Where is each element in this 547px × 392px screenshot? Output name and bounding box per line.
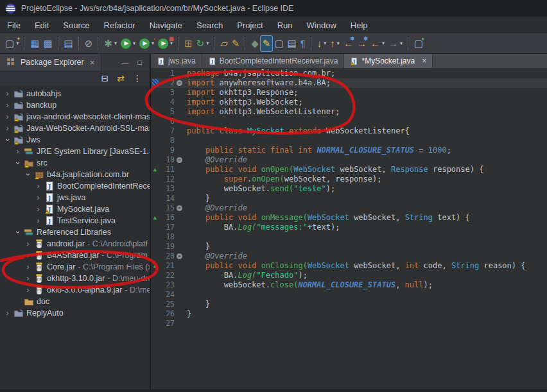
last-edit-location-button[interactable]: ←✱ bbox=[342, 36, 355, 51]
code-editor[interactable]: 1package b4a.jsaplication.com.br;2-impor… bbox=[151, 68, 547, 389]
forward-history-button[interactable]: →▾ bbox=[386, 36, 404, 51]
code-line-13[interactable]: 13 webSocket.send("teste"); bbox=[151, 184, 547, 194]
tree-item-b4ashared.jar[interactable]: ›010B4AShared.jar - C:\Program F bbox=[0, 250, 150, 261]
code-line-22[interactable]: 22 BA.Log("Fechado"); bbox=[151, 271, 547, 280]
external-tools-button[interactable]: ✱▾ bbox=[102, 36, 119, 51]
tree-item-referenced-libraries[interactable]: ›Referenced Libraries bbox=[0, 226, 150, 238]
new-java-project-button[interactable]: ⊞ bbox=[182, 36, 195, 51]
menu-source[interactable]: Source bbox=[56, 17, 96, 33]
back-history-button[interactable]: ←▾ bbox=[369, 36, 386, 51]
expanded-chevron-icon[interactable]: › bbox=[14, 160, 22, 167]
tree-item-replyauto[interactable]: ›ReplyAuto bbox=[0, 307, 150, 319]
tree-item-bootcompletedintentrece[interactable]: ›JBootCompletedIntentRece bbox=[0, 180, 150, 192]
skip-all-breakpoints-button[interactable]: ⊘ bbox=[83, 36, 95, 51]
editor-tab-mysocket.java[interactable]: J*MySocket.java× bbox=[344, 54, 433, 68]
back-history-dropdown-icon[interactable]: ▾ bbox=[382, 40, 385, 46]
code-line-24[interactable]: 24 bbox=[151, 290, 547, 300]
external-tools-dropdown-icon[interactable]: ▾ bbox=[114, 40, 117, 46]
build-project-button[interactable]: ↻▾ bbox=[195, 36, 211, 51]
link-editor-files-button[interactable]: ▢ bbox=[272, 36, 285, 51]
previous-annotation-dropdown-icon[interactable]: ▾ bbox=[337, 40, 340, 46]
close-tab-icon[interactable]: × bbox=[422, 56, 426, 65]
menu-search[interactable]: Search bbox=[189, 17, 230, 33]
code-line-12[interactable]: 12 super.onOpen(webSocket, response); bbox=[151, 175, 547, 184]
code-line-9[interactable]: 9 public static final int NORMAL_CLOSURE… bbox=[151, 146, 547, 155]
collapse-all-button[interactable]: ⊟ bbox=[101, 73, 109, 83]
expanded-chevron-icon[interactable]: › bbox=[24, 171, 32, 178]
fold-collapse-icon[interactable]: - bbox=[175, 205, 184, 211]
fold-collapse-icon[interactable]: - bbox=[175, 157, 184, 163]
tree-item-testservice.java[interactable]: ›JTestService.java bbox=[0, 215, 150, 226]
code-line-2[interactable]: 2-import anywheresoftware.b4a.BA; bbox=[151, 78, 547, 88]
expanded-chevron-icon[interactable]: › bbox=[14, 229, 22, 236]
tree-item-core.jar[interactable]: ›010Core.jar - C:\Program Files (x8 bbox=[0, 261, 150, 273]
collapsed-chevron-icon[interactable]: › bbox=[35, 217, 42, 225]
menu-refactor[interactable]: Refactor bbox=[97, 17, 143, 33]
code-line-4[interactable]: 4import okhttp3.WebSocket; bbox=[151, 98, 547, 107]
tree-item-okio-3.0.0-alpha.9.jar[interactable]: ›010okio-3.0.0-alpha.9.jar - D:\me bbox=[0, 284, 150, 296]
minimize-button[interactable]: — bbox=[121, 58, 128, 66]
tab-package-explorer[interactable]: Package Explorer × bbox=[0, 54, 101, 71]
tree-item-java-websocket-android-ssl-mast[interactable]: ›Java-WebSocket-Android-SSL-mast bbox=[0, 123, 150, 134]
collapsed-chevron-icon[interactable]: › bbox=[35, 205, 42, 213]
maximize-button[interactable]: □ bbox=[137, 58, 142, 66]
collapsed-chevron-icon[interactable]: › bbox=[35, 182, 42, 190]
link-with-editor-button[interactable]: ⇄ bbox=[117, 73, 125, 83]
tree-item-mysocket.java[interactable]: ›JMySocket.java bbox=[0, 203, 150, 215]
collapsed-chevron-icon[interactable]: › bbox=[4, 309, 11, 317]
run-button[interactable]: ▶▾ bbox=[119, 36, 137, 51]
menu-navigate[interactable]: Navigate bbox=[143, 17, 189, 33]
code-line-6[interactable]: 6 bbox=[151, 117, 547, 126]
close-view-icon[interactable]: × bbox=[90, 58, 95, 67]
format-pen-button[interactable]: ✎ bbox=[230, 36, 242, 51]
collapsed-chevron-icon[interactable]: › bbox=[4, 90, 11, 98]
previous-annotation-button[interactable]: ↑▾ bbox=[328, 36, 342, 51]
save-button[interactable]: ▦ bbox=[28, 36, 41, 51]
tree-item-autobahjs[interactable]: ›autobahjs bbox=[0, 88, 150, 99]
pin-editor-button[interactable]: ▢● bbox=[412, 36, 425, 51]
menu-window[interactable]: Window bbox=[300, 17, 343, 33]
profile-button[interactable]: ▶▦▾ bbox=[156, 36, 175, 51]
code-line-15[interactable]: 15- @Override bbox=[151, 203, 547, 213]
code-line-17[interactable]: 17 BA.Log("messages:"+text); bbox=[151, 223, 547, 232]
collapsed-chevron-icon[interactable]: › bbox=[24, 251, 31, 259]
tree-item-okhttp-3.10.0.jar[interactable]: ›010okhttp-3.10.0.jar - D:\meu-dro bbox=[0, 273, 150, 284]
collapsed-chevron-icon[interactable]: › bbox=[35, 194, 42, 201]
collapsed-chevron-icon[interactable]: › bbox=[4, 124, 11, 132]
show-outline-button[interactable]: ▤ bbox=[286, 36, 299, 51]
fold-collapse-icon[interactable]: - bbox=[175, 80, 184, 86]
debug-button[interactable]: ▶▪▾ bbox=[137, 36, 156, 51]
code-line-23[interactable]: 23 webSocket.close(NORMAL_CLOSURE_STATUS… bbox=[151, 280, 547, 290]
code-line-11[interactable]: ▲11 public void onOpen(WebSocket webSock… bbox=[151, 165, 547, 175]
tree-item-jws[interactable]: ›Jws bbox=[0, 134, 150, 146]
tree-item-android.jar[interactable]: ›010android.jar - C:\Android\platf bbox=[0, 238, 150, 250]
open-resource-button[interactable]: ▱ bbox=[218, 36, 230, 51]
code-line-19[interactable]: 19 } bbox=[151, 242, 547, 251]
tree-item-java-android-websocket-client-mas[interactable]: ›java-android-websocket-client-mas bbox=[0, 111, 150, 123]
next-annotation-dropdown-icon[interactable]: ▾ bbox=[324, 40, 326, 46]
collapsed-chevron-icon[interactable]: › bbox=[14, 148, 21, 155]
collapsed-chevron-icon[interactable]: › bbox=[24, 263, 31, 271]
menu-file[interactable]: File bbox=[0, 17, 28, 33]
collapsed-chevron-icon[interactable]: › bbox=[4, 113, 11, 121]
fold-collapse-icon[interactable]: - bbox=[175, 253, 184, 259]
collapsed-chevron-icon[interactable]: › bbox=[4, 101, 11, 109]
tree-item-jws.java[interactable]: ›Jjws.java bbox=[0, 192, 150, 203]
tree-item-banckup[interactable]: ›banckup bbox=[0, 99, 150, 111]
forward-history-dropdown-icon[interactable]: ▾ bbox=[400, 40, 403, 46]
menu-run[interactable]: Run bbox=[270, 17, 300, 33]
show-whitespace-button[interactable]: ¶ bbox=[299, 36, 308, 51]
menu-edit[interactable]: Edit bbox=[28, 17, 56, 33]
code-line-14[interactable]: 14 } bbox=[151, 194, 547, 203]
code-line-18[interactable]: 18 bbox=[151, 232, 547, 242]
code-line-16[interactable]: ▲16 public void onMessage(WebSocket webS… bbox=[151, 213, 547, 223]
code-line-20[interactable]: 20- @Override bbox=[151, 251, 547, 261]
collapsed-chevron-icon[interactable]: › bbox=[24, 240, 31, 248]
tree-item-src[interactable]: ›src bbox=[0, 157, 150, 169]
java-search-button[interactable]: ◆ bbox=[249, 36, 261, 51]
next-edit-location-button[interactable]: →✱ bbox=[355, 36, 369, 51]
view-menu-button[interactable]: ⋮ bbox=[133, 73, 142, 83]
code-line-1[interactable]: 1package b4a.jsaplication.com.br; bbox=[151, 69, 547, 78]
tree-item-b4a.jsaplication.com.br[interactable]: ›b4a.jsaplication.com.br bbox=[0, 169, 150, 180]
code-line-8[interactable]: 8 bbox=[151, 136, 547, 146]
